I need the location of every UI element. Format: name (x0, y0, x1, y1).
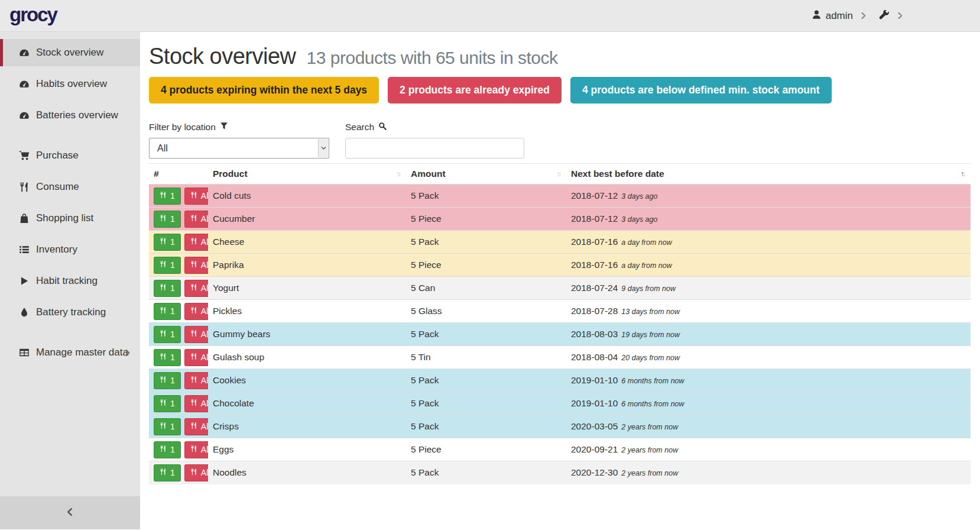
cutlery-icon (190, 422, 197, 431)
sidebar-item-batteries-overview[interactable]: Batteries overview (0, 102, 140, 129)
consume-one-button[interactable]: 1 (154, 257, 181, 274)
sidebar-item-manage-master-data[interactable]: Manage master data (0, 339, 140, 366)
amount-cell: 5 Piece (406, 438, 566, 461)
consume-cell: 1 All (149, 231, 208, 254)
bag-icon (18, 213, 31, 224)
cutlery-icon (190, 237, 197, 247)
location-filter-group: Filter by location All (149, 122, 329, 159)
cutlery-icon (160, 329, 167, 339)
amount-cell: 5 Can (406, 277, 566, 300)
sidebar-item-stock-overview[interactable]: Stock overview (0, 39, 140, 66)
consume-all-button[interactable]: All (184, 280, 208, 297)
consume-all-button[interactable]: All (184, 464, 208, 481)
consume-all-button[interactable]: All (184, 441, 208, 458)
consume-all-button[interactable]: All (184, 372, 208, 389)
sidebar-item-purchase[interactable]: Purchase (0, 142, 140, 169)
amount-cell: 5 Pack (406, 231, 566, 254)
consume-all-button[interactable]: All (184, 188, 208, 205)
consume-all-button[interactable]: All (184, 211, 208, 228)
consume-all-button[interactable]: All (184, 303, 208, 320)
consume-one-button[interactable]: 1 (154, 349, 181, 366)
cutlery-icon (160, 214, 167, 224)
chevron-right-icon[interactable] (859, 12, 867, 20)
cutlery-icon (160, 306, 167, 316)
sort-icon: ↑↓ (396, 170, 401, 178)
best-before-cell: 2018-07-249 days from now (566, 277, 971, 300)
cutlery-icon (190, 329, 197, 339)
sidebar-collapse-button[interactable] (0, 496, 140, 529)
product-cell: Cookies (208, 369, 406, 392)
amount-cell: 5 Pack (406, 323, 566, 346)
amount-cell: 5 Tin (406, 346, 566, 369)
page-subtitle: 13 products with 65 units in stock (307, 48, 558, 67)
cutlery-icon (190, 214, 197, 224)
consume-all-button[interactable]: All (184, 326, 208, 343)
consume-one-button[interactable]: 1 (154, 464, 181, 481)
table-row: 1 All Crisps 5 Pack 2020-03-052 years fr… (149, 415, 971, 438)
stock-table: #Product↑↓Amount↑↓Next best before date↑… (149, 163, 971, 484)
chevron-right-icon[interactable] (896, 12, 904, 20)
table-row: 1 All Gummy bears 5 Pack 2018-08-0319 da… (149, 323, 971, 346)
wrench-icon[interactable] (878, 10, 890, 21)
table-row: 1 All Cucumber 5 Piece 2018-07-123 days … (149, 208, 971, 231)
consume-one-button[interactable]: 1 (154, 211, 181, 228)
best-before-cell: 2018-08-0319 days from now (566, 323, 971, 346)
consume-all-button[interactable]: All (184, 418, 208, 435)
search-input[interactable] (345, 138, 524, 159)
badge-below-min-stock[interactable]: 4 products are below defined min. stock … (570, 77, 832, 104)
consume-one-button[interactable]: 1 (154, 303, 181, 320)
consume-one-button[interactable]: 1 (154, 326, 181, 343)
topbar: grocy admin (0, 0, 980, 32)
sidebar-item-battery-tracking[interactable]: Battery tracking (0, 299, 140, 326)
best-before-cell: 2019-01-106 months from now (566, 369, 971, 392)
consume-one-button[interactable]: 1 (154, 188, 181, 205)
column-header-product[interactable]: Product↑↓ (208, 164, 406, 185)
sidebar-item-inventory[interactable]: Inventory (0, 236, 140, 263)
search-group: Search (345, 122, 524, 159)
gauge-icon (18, 47, 31, 58)
consume-all-button[interactable]: All (184, 395, 208, 412)
consume-cell: 1 All (149, 392, 208, 415)
consume-one-button[interactable]: 1 (154, 418, 181, 435)
column-header--: # (149, 164, 208, 185)
list-icon (18, 244, 31, 255)
location-filter-select[interactable]: All (149, 138, 329, 159)
app-logo[interactable]: grocy (0, 4, 57, 28)
amount-cell: 5 Pack (406, 369, 566, 392)
sidebar-item-shopping-list[interactable]: Shopping list (0, 205, 140, 232)
user-name: admin (826, 10, 853, 22)
table-row: 1 All Chocolate 5 Pack 2019-01-106 month… (149, 392, 971, 415)
stock-table-body: 1 All Cold cuts 5 Pack 2018-07-123 days … (149, 185, 971, 484)
consume-one-button[interactable]: 1 (154, 234, 181, 251)
column-header-amount[interactable]: Amount↑↓ (406, 164, 566, 185)
consume-all-button[interactable]: All (184, 257, 208, 274)
consume-one-button[interactable]: 1 (154, 395, 181, 412)
sidebar-item-consume[interactable]: Consume (0, 173, 140, 201)
sidebar: Stock overview Habits overview Batteries… (0, 32, 140, 529)
consume-cell: 1 All (149, 185, 208, 208)
page-title: Stock overview 13 products with 65 units… (149, 44, 971, 69)
consume-cell: 1 All (149, 415, 208, 438)
location-filter-label-text: Filter by location (149, 122, 216, 132)
product-cell: Chocolate (208, 392, 406, 415)
sidebar-item-habit-tracking[interactable]: Habit tracking (0, 267, 140, 295)
badge-expired[interactable]: 2 products are already expired (388, 77, 562, 104)
consume-all-button[interactable]: All (184, 349, 208, 366)
table-row: 1 All Yogurt 5 Can 2018-07-249 days from… (149, 277, 971, 300)
badge-expiring[interactable]: 4 products expiring within the next 5 da… (149, 77, 379, 104)
user-menu[interactable]: admin (812, 9, 853, 22)
best-before-cell: 2018-07-123 days ago (566, 185, 971, 208)
consume-all-button[interactable]: All (184, 234, 208, 251)
consume-one-button[interactable]: 1 (154, 441, 181, 458)
cutlery-icon (160, 237, 167, 247)
droplet-icon (18, 307, 31, 318)
product-cell: Crisps (208, 415, 406, 438)
consume-one-button[interactable]: 1 (154, 372, 181, 389)
product-cell: Gulash soup (208, 346, 406, 369)
consume-one-button[interactable]: 1 (154, 280, 181, 297)
table-icon (18, 347, 31, 358)
cutlery-icon (190, 283, 197, 293)
sidebar-item-habits-overview[interactable]: Habits overview (0, 70, 140, 98)
column-header-next-best-before-date[interactable]: Next best before date↑↓ (566, 164, 971, 185)
gauge-icon (18, 110, 31, 121)
